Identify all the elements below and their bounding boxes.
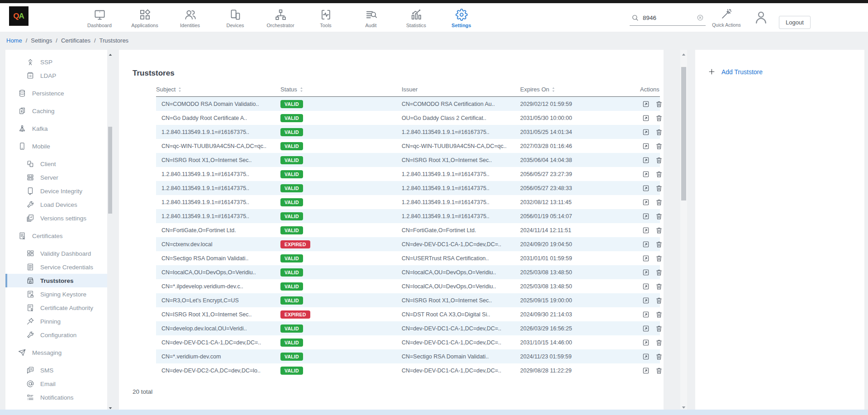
delete-truststore-icon[interactable] <box>655 311 663 318</box>
delete-truststore-icon[interactable] <box>655 227 663 234</box>
view-truststore-icon[interactable] <box>642 100 650 108</box>
delete-truststore-icon[interactable] <box>655 129 663 136</box>
view-truststore-icon[interactable] <box>642 283 650 290</box>
table-row[interactable]: 1.2.840.113549.1.9.1=#16167375.. VALID 1… <box>156 125 660 139</box>
sidebar-item-ldap[interactable]: LDAP <box>5 69 107 82</box>
sort-icon[interactable] <box>551 86 555 93</box>
table-row[interactable]: CN=*.veridium-dev.com VALID CN=Sectigo R… <box>156 349 660 363</box>
table-row[interactable]: CN=ISRG Root X1,O=Internet Sec.. EXPIRED… <box>156 307 660 321</box>
logout-button[interactable]: Logout <box>779 16 811 29</box>
scrollbar-thumb[interactable] <box>681 67 686 200</box>
sidebar-item-caching[interactable]: Caching <box>5 104 107 118</box>
user-avatar-icon[interactable] <box>754 10 768 25</box>
view-truststore-icon[interactable] <box>642 339 650 346</box>
table-row[interactable]: CN=COMODO RSA Domain Validatio.. VALID C… <box>156 97 660 111</box>
sidebar-item-versions-settings[interactable]: Versions settings <box>5 211 107 225</box>
sidebar-item-notifications[interactable]: Notifications <box>5 391 107 404</box>
delete-truststore-icon[interactable] <box>655 199 663 206</box>
nav-item-tools[interactable]: Tools <box>303 3 348 32</box>
view-truststore-icon[interactable] <box>642 325 650 332</box>
table-row[interactable]: CN=FortiGate,O=Fortinet Ltd. VALID CN=Fo… <box>156 223 660 237</box>
scroll-down-icon[interactable] <box>108 404 113 409</box>
view-truststore-icon[interactable] <box>642 171 650 178</box>
view-truststore-icon[interactable] <box>642 255 650 262</box>
breadcrumb-certificates[interactable]: Certificates <box>52 37 90 44</box>
sidebar-item-messaging[interactable]: Messaging <box>5 346 107 359</box>
view-truststore-icon[interactable] <box>642 227 650 234</box>
view-truststore-icon[interactable] <box>642 114 650 122</box>
scrollbar-thumb[interactable] <box>108 127 112 214</box>
sidebar-item-email[interactable]: Email <box>5 377 107 391</box>
delete-truststore-icon[interactable] <box>655 283 663 290</box>
delete-truststore-icon[interactable] <box>655 100 663 108</box>
view-truststore-icon[interactable] <box>642 129 650 136</box>
delete-truststore-icon[interactable] <box>655 255 663 262</box>
view-truststore-icon[interactable] <box>642 353 650 360</box>
table-row[interactable]: CN=ctxenv.dev.local EXPIRED CN=dev-DEV-D… <box>156 237 660 251</box>
breadcrumb-home[interactable]: Home <box>6 37 22 44</box>
scroll-down-icon[interactable] <box>681 404 686 409</box>
sidebar-item-service-credentials[interactable]: Service Credentials <box>5 260 107 274</box>
delete-truststore-icon[interactable] <box>655 185 663 192</box>
view-truststore-icon[interactable] <box>642 143 650 150</box>
delete-truststore-icon[interactable] <box>655 339 663 346</box>
delete-truststore-icon[interactable] <box>655 241 663 248</box>
table-row[interactable]: CN=R3,O=Let's Encrypt,C=US VALID CN=ISRG… <box>156 293 660 307</box>
view-truststore-icon[interactable] <box>642 297 650 304</box>
nav-item-settings[interactable]: Settings <box>439 3 484 32</box>
nav-item-statistics[interactable]: Statistics <box>394 3 439 32</box>
sidebar-item-server[interactable]: Server <box>5 171 107 184</box>
table-row[interactable]: CN=localCA,OU=DevOps,O=Veridiu.. VALID C… <box>156 265 660 279</box>
delete-truststore-icon[interactable] <box>655 367 663 374</box>
sidebar-item-truststores[interactable]: Truststores <box>5 274 107 287</box>
table-row[interactable]: CN=Go Daddy Root Certificate A.. VALID O… <box>156 111 660 125</box>
delete-truststore-icon[interactable] <box>655 353 663 360</box>
table-row[interactable]: CN=develop.dev.local,OU=Veridi.. VALID C… <box>156 321 660 335</box>
sidebar-item-configuration[interactable]: Configuration <box>5 328 107 342</box>
quick-actions-button[interactable]: Quick Actions <box>709 8 744 28</box>
search-input[interactable] <box>643 14 688 21</box>
sidebar-item-sms[interactable]: SMS <box>5 363 107 377</box>
add-truststore-button[interactable]: Add Truststore <box>708 68 763 76</box>
content-scrollbar[interactable] <box>680 50 687 410</box>
table-row[interactable]: CN=dev-DEV-DC1-CA-1,DC=dev,DC=.. VALID C… <box>156 335 660 349</box>
view-truststore-icon[interactable] <box>642 213 650 220</box>
delete-truststore-icon[interactable] <box>655 143 663 150</box>
nav-item-devices[interactable]: Devices <box>213 3 258 32</box>
view-truststore-icon[interactable] <box>642 367 650 374</box>
sidebar-item-pinning[interactable]: Pinning <box>5 315 107 328</box>
sidebar-item-ssp[interactable]: SSP <box>5 55 107 69</box>
nav-item-orchestrator[interactable]: Orchestrator <box>258 3 303 32</box>
nav-item-identities[interactable]: Identities <box>167 3 213 32</box>
sidebar-item-mobile[interactable]: Mobile <box>5 139 107 153</box>
delete-truststore-icon[interactable] <box>655 114 663 122</box>
sidebar-item-persistence[interactable]: Persistence <box>5 86 107 100</box>
nav-item-applications[interactable]: Applications <box>122 3 167 32</box>
view-truststore-icon[interactable] <box>642 185 650 192</box>
table-row[interactable]: CN=dev-DEV-DC2-CA,DC=dev,DC=lo.. VALID C… <box>156 363 660 377</box>
clear-search-icon[interactable] <box>697 14 704 21</box>
delete-truststore-icon[interactable] <box>655 171 663 178</box>
sidebar-item-validity-dashboard[interactable]: Validity Dashboard <box>5 247 107 260</box>
table-row[interactable]: 1.2.840.113549.1.9.1=#16147375.. VALID 1… <box>156 209 660 223</box>
delete-truststore-icon[interactable] <box>655 325 663 332</box>
sidebar-item-load-devices[interactable]: Load Devices <box>5 198 107 211</box>
table-row[interactable]: CN=Sectigo RSA Domain Validati.. VALID C… <box>156 251 660 265</box>
app-logo[interactable]: QA <box>9 6 28 26</box>
sort-icon[interactable] <box>178 86 182 93</box>
sidebar-item-certificates[interactable]: Certificates <box>5 229 107 243</box>
delete-truststore-icon[interactable] <box>655 297 663 304</box>
view-truststore-icon[interactable] <box>642 157 650 164</box>
view-truststore-icon[interactable] <box>642 199 650 206</box>
delete-truststore-icon[interactable] <box>655 213 663 220</box>
table-row[interactable]: CN=*.ilpdevelop.veridium-dev.c.. VALID C… <box>156 279 660 293</box>
table-row[interactable]: CN=qc-WIN-TUUBU9A4C5N-CA,DC=qc.. VALID C… <box>156 139 660 153</box>
sidebar-item-kafka[interactable]: Kafka <box>5 122 107 135</box>
view-truststore-icon[interactable] <box>642 241 650 248</box>
delete-truststore-icon[interactable] <box>655 269 663 276</box>
table-row[interactable]: 1.2.840.113549.1.9.1=#16147375.. VALID 1… <box>156 181 660 195</box>
table-row[interactable]: 1.2.840.113549.1.9.1=#16147375.. VALID 1… <box>156 167 660 181</box>
sidebar-item-device-integrity[interactable]: Device Integrity <box>5 184 107 198</box>
sidebar-scrollbar[interactable] <box>108 51 113 409</box>
sidebar-item-certificate-authority[interactable]: Certificate Authority <box>5 301 107 315</box>
